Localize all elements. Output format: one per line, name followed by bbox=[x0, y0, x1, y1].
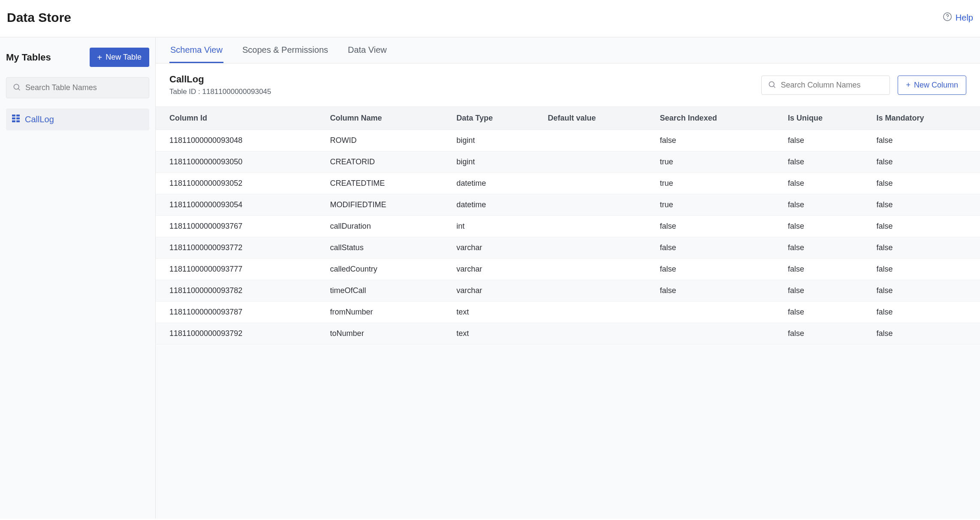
table-id: Table ID : 11811000000093045 bbox=[169, 88, 271, 96]
cell-search-indexed bbox=[652, 302, 780, 323]
cell-column-name: calledCountry bbox=[323, 259, 449, 280]
cell-column-name: ROWID bbox=[323, 130, 449, 151]
help-label: Help bbox=[956, 13, 973, 23]
cell-is-unique: false bbox=[780, 323, 869, 345]
cell-column-id: 11811000000093767 bbox=[156, 216, 323, 237]
cell-column-name: CREATEDTIME bbox=[323, 173, 449, 194]
th-search-indexed[interactable]: Search Indexed bbox=[652, 107, 780, 130]
cell-is-mandatory: false bbox=[868, 280, 980, 302]
subheader: CallLog Table ID : 11811000000093045 + N… bbox=[156, 63, 980, 106]
cell-search-indexed: false bbox=[652, 237, 780, 259]
plus-icon: + bbox=[906, 81, 911, 90]
cell-default-value bbox=[540, 151, 652, 173]
th-column-id[interactable]: Column Id bbox=[156, 107, 323, 130]
tab-schema-view[interactable]: Schema View bbox=[169, 37, 223, 63]
top-header: Data Store Help bbox=[0, 0, 980, 37]
svg-rect-8 bbox=[12, 121, 15, 123]
svg-line-3 bbox=[18, 89, 20, 91]
th-is-unique[interactable]: Is Unique bbox=[780, 107, 869, 130]
page-title: Data Store bbox=[7, 10, 71, 25]
table-name: CallLog bbox=[169, 74, 271, 85]
table-row[interactable]: 11811000000093787 fromNumber text false … bbox=[156, 302, 980, 323]
cell-is-unique: false bbox=[780, 173, 869, 194]
cell-is-mandatory: false bbox=[868, 259, 980, 280]
th-default-value[interactable]: Default value bbox=[540, 107, 652, 130]
cell-default-value bbox=[540, 302, 652, 323]
th-is-mandatory[interactable]: Is Mandatory bbox=[868, 107, 980, 130]
cell-default-value bbox=[540, 323, 652, 345]
cell-column-id: 11811000000093787 bbox=[156, 302, 323, 323]
cell-default-value bbox=[540, 237, 652, 259]
tab-data-view[interactable]: Data View bbox=[347, 37, 388, 63]
cell-column-name: fromNumber bbox=[323, 302, 449, 323]
table-row[interactable]: 11811000000093772 callStatus varchar fal… bbox=[156, 237, 980, 259]
cell-is-mandatory: false bbox=[868, 237, 980, 259]
cell-is-mandatory: false bbox=[868, 302, 980, 323]
cell-data-type: datetime bbox=[449, 194, 540, 216]
cell-default-value bbox=[540, 280, 652, 302]
table-row[interactable]: 11811000000093048 ROWID bigint false fal… bbox=[156, 130, 980, 151]
tab-scopes-permissions[interactable]: Scopes & Permissions bbox=[241, 37, 329, 63]
table-row[interactable]: 11811000000093052 CREATEDTIME datetime t… bbox=[156, 173, 980, 194]
table-row[interactable]: 11811000000093054 MODIFIEDTIME datetime … bbox=[156, 194, 980, 216]
table-row[interactable]: 11811000000093777 calledCountry varchar … bbox=[156, 259, 980, 280]
cell-is-unique: false bbox=[780, 302, 869, 323]
cell-column-name: toNumber bbox=[323, 323, 449, 345]
cell-default-value bbox=[540, 216, 652, 237]
search-columns-input[interactable] bbox=[781, 81, 884, 90]
cell-column-name: callDuration bbox=[323, 216, 449, 237]
cell-column-id: 11811000000093052 bbox=[156, 173, 323, 194]
table-row[interactable]: 11811000000093792 toNumber text false fa… bbox=[156, 323, 980, 345]
cell-data-type: text bbox=[449, 302, 540, 323]
cell-data-type: text bbox=[449, 323, 540, 345]
cell-column-id: 11811000000093048 bbox=[156, 130, 323, 151]
cell-column-name: CREATORID bbox=[323, 151, 449, 173]
new-column-button[interactable]: + New Column bbox=[898, 76, 966, 95]
th-column-name[interactable]: Column Name bbox=[323, 107, 449, 130]
table-header-row: Column Id Column Name Data Type Default … bbox=[156, 107, 980, 130]
plus-icon: + bbox=[97, 53, 103, 62]
sidebar: My Tables + New Table CallLog bbox=[0, 37, 156, 519]
cell-column-name: callStatus bbox=[323, 237, 449, 259]
cell-column-id: 11811000000093054 bbox=[156, 194, 323, 216]
cell-search-indexed: true bbox=[652, 173, 780, 194]
cell-is-unique: false bbox=[780, 130, 869, 151]
cell-column-name: MODIFIEDTIME bbox=[323, 194, 449, 216]
cell-column-id: 11811000000093782 bbox=[156, 280, 323, 302]
search-tables-input[interactable] bbox=[25, 83, 143, 92]
cell-default-value bbox=[540, 194, 652, 216]
cell-is-mandatory: false bbox=[868, 151, 980, 173]
tabs: Schema ViewScopes & PermissionsData View bbox=[156, 37, 980, 63]
cell-search-indexed: false bbox=[652, 280, 780, 302]
search-columns-box[interactable] bbox=[761, 76, 890, 95]
sidebar-table-item[interactable]: CallLog bbox=[6, 109, 149, 130]
cell-data-type: varchar bbox=[449, 237, 540, 259]
cell-data-type: int bbox=[449, 216, 540, 237]
table-row[interactable]: 11811000000093767 callDuration int false… bbox=[156, 216, 980, 237]
cell-is-mandatory: false bbox=[868, 216, 980, 237]
cell-default-value bbox=[540, 173, 652, 194]
search-icon bbox=[768, 80, 776, 90]
cell-is-mandatory: false bbox=[868, 173, 980, 194]
search-tables-box[interactable] bbox=[6, 77, 149, 98]
cell-search-indexed: false bbox=[652, 216, 780, 237]
svg-point-10 bbox=[769, 82, 775, 87]
search-icon bbox=[12, 83, 21, 93]
cell-data-type: varchar bbox=[449, 280, 540, 302]
th-data-type[interactable]: Data Type bbox=[449, 107, 540, 130]
cell-is-mandatory: false bbox=[868, 194, 980, 216]
table-row[interactable]: 11811000000093050 CREATORID bigint true … bbox=[156, 151, 980, 173]
cell-is-unique: false bbox=[780, 194, 869, 216]
cell-data-type: datetime bbox=[449, 173, 540, 194]
sidebar-title: My Tables bbox=[6, 52, 51, 63]
sidebar-table-name: CallLog bbox=[25, 115, 54, 124]
new-table-button[interactable]: + New Table bbox=[90, 48, 149, 67]
table-row[interactable]: 11811000000093782 timeOfCall varchar fal… bbox=[156, 280, 980, 302]
cell-default-value bbox=[540, 259, 652, 280]
help-link[interactable]: Help bbox=[943, 12, 973, 24]
cell-search-indexed bbox=[652, 323, 780, 345]
cell-is-mandatory: false bbox=[868, 130, 980, 151]
cell-is-unique: false bbox=[780, 216, 869, 237]
svg-rect-7 bbox=[16, 118, 20, 120]
svg-point-1 bbox=[947, 18, 947, 18]
